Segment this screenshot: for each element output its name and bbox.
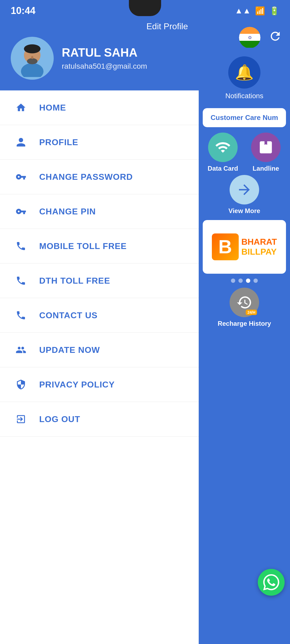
dth-toll-free-icon (13, 273, 28, 288)
wifi-icon: ▲▲ (235, 6, 251, 15)
svg-point-5 (31, 56, 33, 59)
battery-icon: 🔋 (269, 6, 279, 16)
menu-item-log-out[interactable]: LOG OUT (0, 402, 199, 437)
flag-button[interactable]: ⊙ (239, 27, 260, 48)
recharge-history-icon: 24/H (230, 288, 259, 317)
log-out-icon (13, 412, 28, 427)
svg-point-4 (27, 58, 37, 64)
user-info: RATUL SAHA ratulsaha501@gmail.com (62, 46, 147, 71)
privacy-policy-icon (13, 377, 28, 392)
service-item-view-more[interactable]: View More (229, 175, 260, 215)
drawer: Edit Profile (0, 0, 199, 644)
menu-item-home[interactable]: HOME (0, 90, 199, 125)
whatsapp-fab[interactable] (258, 569, 285, 596)
data-card-label: Data Card (208, 165, 238, 172)
data-card-icon (208, 133, 238, 162)
ashoka-chakra: ⊙ (248, 35, 252, 40)
menu-label-dth-toll-free: DTH TOLL FREE (39, 276, 110, 286)
menu-item-profile[interactable]: PROFILE (0, 125, 199, 160)
bharat-billpay-logo: B BHARAT BILLPAY (212, 233, 277, 260)
notifications-label: Notifications (225, 92, 263, 100)
customer-care-box[interactable]: Customer Care Num (203, 108, 286, 127)
signal-icon: 📶 (255, 6, 265, 16)
notifications-button[interactable]: 🔔 (228, 56, 260, 89)
view-more-icon (230, 175, 259, 204)
notch (129, 0, 161, 16)
india-flag: ⊙ (239, 27, 260, 48)
menu-item-dth-toll-free[interactable]: DTH TOLL FREE (0, 264, 199, 298)
menu-label-profile: PROFILE (39, 137, 78, 147)
menu-item-change-pin[interactable]: CHANGE PIN (0, 194, 199, 229)
pin-icon (13, 204, 28, 219)
dot-3 (246, 279, 250, 283)
drawer-user-row: RATUL SAHA ratulsaha501@gmail.com (11, 37, 188, 80)
refresh-button[interactable] (266, 28, 285, 47)
dot-4 (253, 279, 258, 283)
home-icon (13, 100, 28, 115)
customer-care-text: Customer Care Num (211, 114, 278, 122)
key-icon (13, 169, 28, 184)
menu-label-mobile-toll-free: MOBILE TOLL FREE (39, 241, 127, 251)
drawer-edit-row: Edit Profile (11, 21, 188, 31)
profile-icon (13, 135, 28, 150)
status-bar: 10:44 ▲▲ 📶 🔋 (0, 0, 290, 21)
dot-2 (238, 279, 243, 283)
recharge-section[interactable]: 24/H Recharge History (203, 288, 286, 327)
menu-label-contact-us: CONTACT US (39, 310, 97, 320)
view-more-label: View More (229, 207, 260, 215)
user-email: ratulsaha501@gmail.com (62, 62, 147, 71)
menu-label-change-pin: CHANGE PIN (39, 207, 96, 217)
update-now-icon (13, 342, 28, 357)
drawer-menu: HOME PROFILE CHANGE PASSWORD CHANGE PIN (0, 90, 199, 644)
recharge-history-label: Recharge History (218, 320, 271, 327)
billpay-section[interactable]: B BHARAT BILLPAY (203, 220, 286, 274)
recharge-24h-badge: 24/H (246, 310, 257, 315)
service-grid: Data Card Landline View More (199, 130, 290, 217)
avatar (11, 37, 54, 80)
edit-profile-button[interactable]: Edit Profile (146, 21, 188, 31)
mobile-toll-free-icon (13, 239, 28, 254)
menu-item-contact-us[interactable]: CONTACT US (0, 298, 199, 333)
carousel-dots (199, 276, 290, 285)
landline-label: Landline (253, 165, 279, 172)
avatar-image (13, 39, 51, 77)
menu-label-home: HOME (39, 103, 66, 113)
menu-label-privacy-policy: PRIVACY POLICY (39, 380, 115, 390)
user-name: RATUL SAHA (62, 46, 147, 59)
menu-label-log-out: LOG OUT (39, 414, 80, 424)
landline-icon (251, 133, 281, 162)
menu-label-change-password: CHANGE PASSWORD (39, 172, 133, 182)
right-panel: ⊙ 🔔 Notifications Customer Care Num (199, 0, 290, 644)
status-icons: ▲▲ 📶 🔋 (235, 6, 279, 16)
service-item-data-card[interactable]: Data Card (203, 133, 243, 172)
contact-us-icon (13, 308, 28, 323)
menu-item-privacy-policy[interactable]: PRIVACY POLICY (0, 367, 199, 402)
menu-item-update-now[interactable]: UPDATE NOW (0, 333, 199, 367)
service-item-landline[interactable]: Landline (246, 133, 286, 172)
menu-item-change-password[interactable]: CHANGE PASSWORD (0, 160, 199, 194)
status-time: 10:44 (11, 5, 35, 16)
top-right-controls: ⊙ (199, 21, 290, 48)
dot-1 (231, 279, 235, 283)
svg-point-3 (24, 44, 41, 53)
menu-item-mobile-toll-free[interactable]: MOBILE TOLL FREE (0, 229, 199, 264)
menu-label-update-now: UPDATE NOW (39, 345, 100, 355)
notifications-section: 🔔 Notifications (199, 48, 290, 105)
